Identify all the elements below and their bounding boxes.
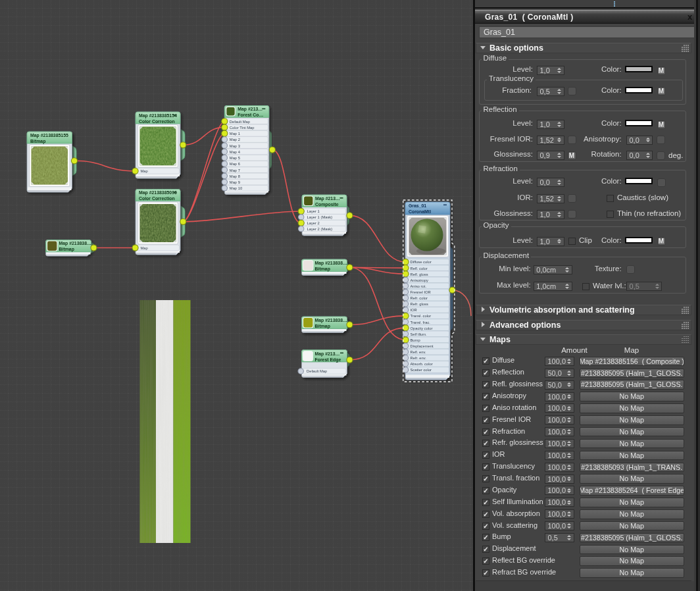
svg-text:Gras_01: Gras_01	[409, 203, 426, 208]
svg-text:Map #213838…: Map #213838…	[315, 318, 348, 323]
svg-text:Bitmap: Bitmap	[30, 139, 45, 144]
svg-text:Map #213838…: Map #213838…	[315, 261, 348, 266]
svg-text:Bitmap: Bitmap	[315, 267, 330, 272]
svg-text:Refl. env.: Refl. env.	[411, 350, 426, 354]
svg-text:Map 10: Map 10	[230, 186, 242, 190]
svg-text:Map #2138385155: Map #2138385155	[30, 133, 68, 138]
svg-text:Default Map: Default Map	[307, 369, 327, 373]
svg-text:Layer 1: Layer 1	[307, 209, 320, 213]
svg-text:Composite: Composite	[315, 202, 339, 207]
svg-text:Layer 2: Layer 2	[307, 221, 320, 225]
svg-text:Self illum.: Self illum.	[411, 332, 428, 336]
svg-text:Forest Edge: Forest Edge	[315, 357, 341, 363]
svg-text:Map 1: Map 1	[230, 132, 240, 136]
svg-text:Map #213…: Map #213…	[315, 351, 340, 357]
svg-text:Map 9: Map 9	[230, 180, 240, 184]
svg-text:Transl. color: Transl. color	[411, 314, 432, 318]
svg-text:Aniso rot.: Aniso rot.	[411, 284, 427, 288]
svg-text:Map: Map	[141, 246, 148, 250]
svg-text:Map #2138385096: Map #2138385096	[139, 190, 177, 195]
svg-text:Bitmap: Bitmap	[59, 247, 74, 252]
svg-text:Refl. gloss: Refl. gloss	[411, 272, 428, 276]
svg-text:IOR: IOR	[411, 308, 417, 312]
svg-text:Refr. env.: Refr. env.	[411, 356, 427, 360]
svg-text:Color Correction: Color Correction	[139, 196, 175, 201]
svg-text:Forest Co…: Forest Co…	[238, 113, 263, 117]
svg-text:Transl. frac.: Transl. frac.	[411, 321, 431, 324]
svg-text:Scatter color: Scatter color	[411, 368, 432, 372]
svg-text:Map #2138385154: Map #2138385154	[139, 113, 177, 118]
svg-text:Refl. color: Refl. color	[411, 267, 428, 270]
svg-text:Anisotropy: Anisotropy	[411, 278, 428, 282]
svg-text:Bitmap: Bitmap	[315, 324, 330, 329]
svg-text:CoronaMtl: CoronaMtl	[409, 209, 431, 214]
svg-text:Color Correction: Color Correction	[139, 119, 175, 124]
svg-text:Bump: Bump	[411, 338, 420, 342]
svg-text:Refr. color: Refr. color	[411, 296, 428, 300]
svg-text:Map #213…: Map #213…	[315, 196, 340, 201]
svg-text:Default Map: Default Map	[230, 120, 250, 124]
svg-text:Displacement: Displacement	[411, 344, 434, 348]
svg-text:Map #213838…: Map #213838…	[59, 241, 92, 246]
svg-text:Map 6: Map 6	[230, 162, 240, 166]
svg-text:Layer 1 (Mask): Layer 1 (Mask)	[307, 215, 333, 219]
svg-text:Map 4: Map 4	[230, 150, 241, 154]
svg-text:Diffuse color: Diffuse color	[411, 260, 432, 264]
svg-text:Fresnel IOR: Fresnel IOR	[411, 290, 431, 294]
svg-text:Map 7: Map 7	[230, 168, 240, 172]
svg-text:Map 8: Map 8	[230, 174, 240, 178]
svg-text:Refr. gloss: Refr. gloss	[411, 302, 428, 306]
svg-text:Map 5: Map 5	[230, 156, 240, 160]
svg-text:Map: Map	[141, 169, 148, 173]
svg-text:Absorb. color: Absorb. color	[411, 362, 433, 366]
svg-text:Map #213…: Map #213…	[238, 107, 262, 112]
svg-text:Map 3: Map 3	[230, 144, 240, 148]
svg-text:Opacity color: Opacity color	[411, 326, 433, 330]
svg-text:Layer 2 (Mask): Layer 2 (Mask)	[307, 227, 333, 231]
svg-text:Map 2: Map 2	[230, 138, 240, 141]
svg-text:Color Tint Map: Color Tint Map	[230, 126, 255, 130]
